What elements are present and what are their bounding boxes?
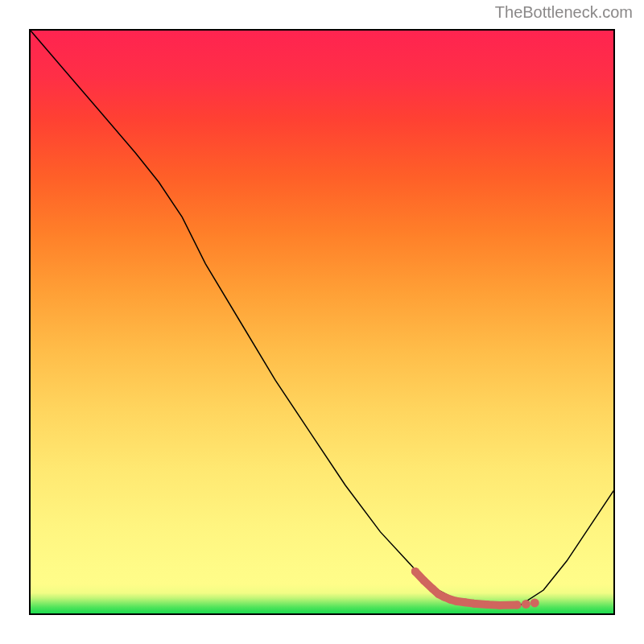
chart-plot-area [29,29,615,615]
chart-highlight-dot [411,568,419,576]
chart-highlight-dot [530,598,539,607]
chart-curve [31,31,613,606]
chart-highlight-dot [469,600,477,608]
chart-svg [31,31,613,613]
chart-highlight-dot [496,601,504,609]
chart-highlight-dot [522,600,530,609]
watermark-text: TheBottleneck.com [495,3,633,22]
chart-highlight-dot [420,576,428,584]
chart-highlight-dot [460,598,469,606]
chart-highlight-dot [484,601,492,609]
chart-highlight-dot [514,601,522,609]
chart-highlight-dot [452,597,460,605]
